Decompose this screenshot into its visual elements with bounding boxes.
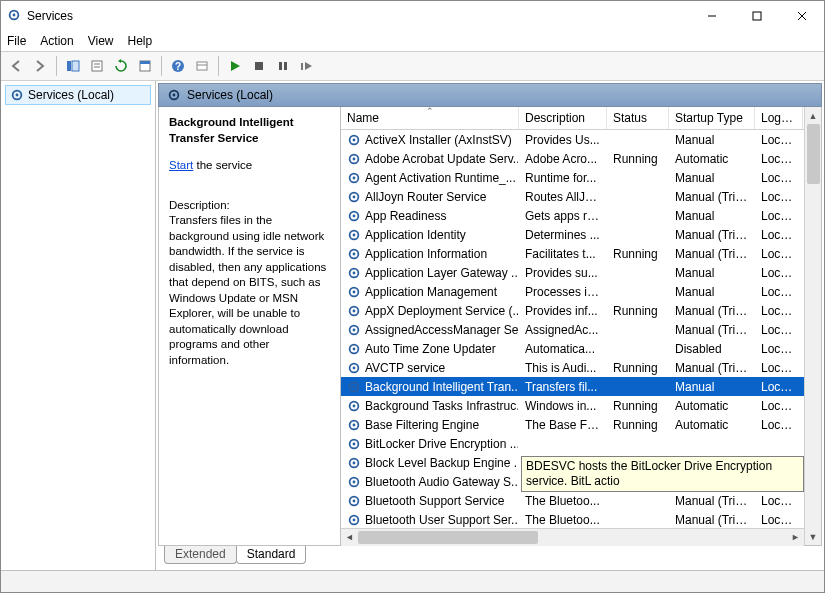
gear-icon [347, 190, 361, 204]
minimize-button[interactable] [689, 1, 734, 31]
service-status-cell [607, 215, 669, 217]
service-row[interactable]: AppX Deployment Service (...Provides inf… [341, 301, 804, 320]
service-status-cell: Running [607, 151, 669, 167]
window-title: Services [27, 9, 73, 23]
service-row[interactable]: Bluetooth Support ServiceThe Bluetoo...M… [341, 491, 804, 510]
service-name-cell: App Readiness [365, 209, 446, 223]
help-button[interactable]: ? [167, 55, 189, 77]
status-bar [1, 570, 824, 592]
properties-button[interactable] [134, 55, 156, 77]
pause-service-button[interactable] [272, 55, 294, 77]
service-logon-cell: Local Sy [755, 322, 803, 338]
service-status-cell [607, 234, 669, 236]
service-row[interactable]: Application ManagementProcesses in...Man… [341, 282, 804, 301]
column-startup-type[interactable]: Startup Type [669, 107, 755, 129]
service-startup-cell: Manual (Trig... [669, 227, 755, 243]
scroll-track[interactable] [358, 529, 787, 546]
service-row[interactable]: Background Tasks Infrastruc...Windows in… [341, 396, 804, 415]
service-row[interactable]: Base Filtering EngineThe Base Fil...Runn… [341, 415, 804, 434]
gear-icon [347, 152, 361, 166]
list-body[interactable]: ActiveX Installer (AxInstSV)Provides Us.… [341, 130, 804, 528]
description-label: Description: [169, 198, 330, 214]
vscroll-track[interactable] [805, 124, 821, 528]
service-startup-cell: Manual [669, 208, 755, 224]
service-name-cell: AllJoyn Router Service [365, 190, 486, 204]
service-row[interactable]: Application Layer Gateway ...Provides su… [341, 263, 804, 282]
action-view-button[interactable] [191, 55, 213, 77]
menu-help[interactable]: Help [128, 34, 153, 48]
back-button[interactable] [5, 55, 27, 77]
service-status-cell [607, 272, 669, 274]
list-header: Name ⌃ Description Status Startup Type L… [341, 107, 804, 130]
svg-rect-7 [72, 61, 79, 71]
svg-point-46 [353, 328, 356, 331]
scroll-thumb[interactable] [358, 531, 538, 544]
service-desc-cell: Windows in... [519, 398, 607, 414]
refresh-button[interactable] [110, 55, 132, 77]
svg-point-64 [353, 499, 356, 502]
scroll-left-icon[interactable]: ◄ [341, 529, 358, 546]
service-row[interactable]: AllJoyn Router ServiceRoutes AllJo...Man… [341, 187, 804, 206]
service-startup-cell: Manual (Trig... [669, 493, 755, 509]
service-row[interactable]: Application InformationFacilitates t...R… [341, 244, 804, 263]
restart-service-button[interactable] [296, 55, 318, 77]
service-status-cell [607, 519, 669, 521]
service-row[interactable]: Adobe Acrobat Update Serv...Adobe Acro..… [341, 149, 804, 168]
svg-point-40 [353, 271, 356, 274]
column-name[interactable]: Name ⌃ [341, 107, 519, 129]
title-bar: Services [1, 1, 824, 31]
service-status-cell: Running [607, 303, 669, 319]
service-name-cell: BitLocker Drive Encryption ... [365, 437, 519, 451]
service-row[interactable]: Auto Time Zone UpdaterAutomatica...Disab… [341, 339, 804, 358]
service-row[interactable]: BitLocker Drive Encryption ... [341, 434, 804, 453]
service-desc-cell [519, 443, 607, 445]
service-desc-cell: Determines ... [519, 227, 607, 243]
gear-icon [347, 342, 361, 356]
scroll-up-icon[interactable]: ▲ [805, 107, 821, 124]
horizontal-scrollbar[interactable]: ◄ ► [341, 528, 804, 545]
service-name-cell: Block Level Backup Engine ... [365, 456, 519, 470]
menu-bar: File Action View Help [1, 31, 824, 51]
stop-service-button[interactable] [248, 55, 270, 77]
gear-icon [347, 456, 361, 470]
start-service-button[interactable] [224, 55, 246, 77]
forward-button[interactable] [29, 55, 51, 77]
tab-extended[interactable]: Extended [164, 546, 237, 564]
column-logon[interactable]: Log On [755, 107, 803, 129]
service-row[interactable]: ActiveX Installer (AxInstSV)Provides Us.… [341, 130, 804, 149]
service-startup-cell: Manual [669, 265, 755, 281]
show-hide-tree-button[interactable] [62, 55, 84, 77]
service-status-cell [607, 196, 669, 198]
service-startup-cell: Automatic [669, 151, 755, 167]
service-desc-cell: Provides Us... [519, 132, 607, 148]
service-row[interactable]: AVCTP serviceThis is Audi...RunningManua… [341, 358, 804, 377]
service-name-cell: AssignedAccessManager Se... [365, 323, 519, 337]
service-status-cell [607, 386, 669, 388]
scroll-down-icon[interactable]: ▼ [805, 528, 821, 545]
scroll-right-icon[interactable]: ► [787, 529, 804, 546]
menu-view[interactable]: View [88, 34, 114, 48]
service-row[interactable]: Application IdentityDetermines ...Manual… [341, 225, 804, 244]
maximize-button[interactable] [734, 1, 779, 31]
menu-action[interactable]: Action [40, 34, 73, 48]
service-logon-cell: Local Sy [755, 284, 803, 300]
service-row[interactable]: AssignedAccessManager Se...AssignedAc...… [341, 320, 804, 339]
tab-standard[interactable]: Standard [236, 546, 307, 564]
vscroll-thumb[interactable] [807, 124, 820, 184]
service-name-cell: Application Management [365, 285, 497, 299]
service-row[interactable]: Agent Activation Runtime_...Runtime for.… [341, 168, 804, 187]
service-row[interactable]: Background Intelligent Tran...Transfers … [341, 377, 804, 396]
service-row[interactable]: App ReadinessGets apps re...ManualLocal … [341, 206, 804, 225]
service-logon-cell: Local Se [755, 265, 803, 281]
service-logon-cell: Local Se [755, 493, 803, 509]
menu-file[interactable]: File [7, 34, 26, 48]
service-startup-cell: Automatic [669, 398, 755, 414]
export-list-button[interactable] [86, 55, 108, 77]
start-link[interactable]: Start [169, 159, 193, 171]
column-status[interactable]: Status [607, 107, 669, 129]
column-description[interactable]: Description [519, 107, 607, 129]
vertical-scrollbar[interactable]: ▲ ▼ [804, 107, 821, 545]
tree-root-services-local[interactable]: Services (Local) [5, 85, 151, 105]
close-button[interactable] [779, 1, 824, 31]
service-row[interactable]: Bluetooth User Support Ser...The Bluetoo… [341, 510, 804, 528]
